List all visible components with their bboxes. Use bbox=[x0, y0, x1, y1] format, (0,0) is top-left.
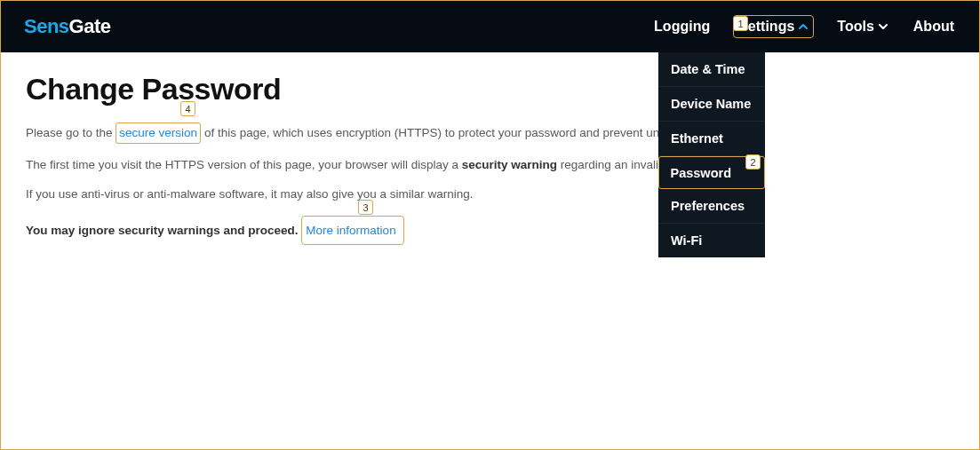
nav-items: Logging Settings Tools About bbox=[652, 15, 956, 38]
text: Please go to the bbox=[26, 126, 116, 139]
dropdown-item-device-name[interactable]: Device Name bbox=[658, 87, 765, 122]
text: The first time you visit the HTTPS versi… bbox=[26, 158, 462, 171]
paragraph-2: The first time you visit the HTTPS versi… bbox=[26, 156, 954, 174]
brand-part1: Sens bbox=[24, 15, 69, 37]
nav-logging-label: Logging bbox=[654, 19, 710, 35]
secure-version-link-box: secure version bbox=[116, 122, 201, 144]
dropdown-item-date-time[interactable]: Date & Time bbox=[658, 52, 765, 87]
text-strong: security warning bbox=[462, 158, 557, 171]
more-information-link[interactable]: More information bbox=[306, 224, 395, 237]
chevron-up-icon bbox=[798, 21, 809, 32]
secure-version-link[interactable]: secure version bbox=[119, 126, 197, 139]
callout-1: 1 bbox=[733, 16, 748, 31]
callout-3: 3 bbox=[358, 200, 373, 215]
dropdown-label: Date & Time bbox=[671, 62, 745, 76]
chevron-down-icon bbox=[878, 21, 888, 32]
nav-tools-label: Tools bbox=[837, 19, 873, 35]
brand-logo[interactable]: SensGate bbox=[24, 15, 111, 38]
dropdown-item-ethernet[interactable]: Ethernet bbox=[658, 122, 765, 156]
dropdown-label: Device Name bbox=[671, 97, 751, 111]
text-strong: You may ignore security warnings and pro… bbox=[26, 224, 299, 237]
dropdown-label: Password bbox=[671, 166, 732, 180]
callout-2: 2 bbox=[745, 154, 761, 170]
navbar: SensGate Logging Settings Tools About bbox=[1, 1, 979, 52]
dropdown-label: Wi-Fi bbox=[671, 233, 702, 248]
main-content: Change Password Please go to the secure … bbox=[1, 52, 979, 277]
dropdown-item-wifi[interactable]: Wi-Fi bbox=[658, 224, 765, 257]
dropdown-label: Preferences bbox=[671, 199, 745, 213]
nav-about[interactable]: About bbox=[912, 15, 956, 38]
dropdown-item-preferences[interactable]: Preferences bbox=[658, 189, 765, 224]
more-information-link-box: More information bbox=[301, 216, 403, 246]
page-title: Change Password bbox=[26, 72, 954, 107]
paragraph-4: You may ignore security warnings and pro… bbox=[26, 216, 954, 246]
nav-tools[interactable]: Tools bbox=[835, 15, 889, 38]
paragraph-3: If you use anti-virus or anti-malware so… bbox=[26, 186, 954, 203]
nav-about-label: About bbox=[913, 19, 954, 35]
nav-logging[interactable]: Logging bbox=[652, 15, 712, 38]
paragraph-1: Please go to the secure version of this … bbox=[26, 122, 954, 144]
brand-part2: Gate bbox=[69, 15, 111, 37]
dropdown-label: Ethernet bbox=[671, 131, 723, 146]
callout-4: 4 bbox=[180, 101, 195, 116]
